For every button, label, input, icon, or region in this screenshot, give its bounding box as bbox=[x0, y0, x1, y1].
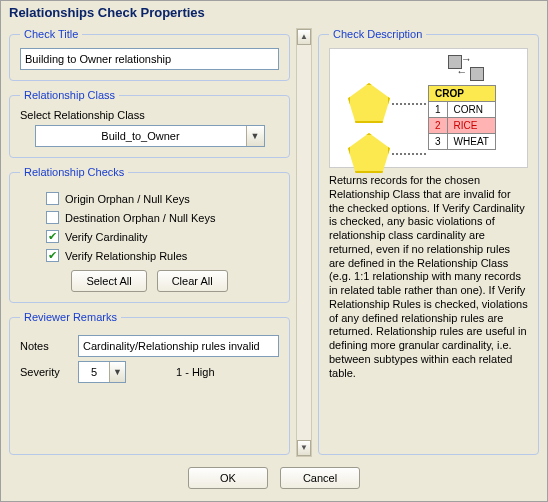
description-diagram: → → CROP 1CORN 2RICE 3WHEAT bbox=[329, 48, 528, 168]
window-title: Relationships Check Properties bbox=[1, 1, 547, 26]
ok-button[interactable]: OK bbox=[188, 467, 268, 489]
left-pane: Check Title Relationship Class Select Re… bbox=[7, 26, 292, 457]
check-dest-box[interactable] bbox=[46, 211, 59, 224]
chevron-down-icon[interactable]: ▼ bbox=[109, 362, 125, 382]
notes-input[interactable] bbox=[78, 335, 279, 357]
chevron-down-icon[interactable]: ▼ bbox=[246, 126, 264, 146]
check-title-input[interactable] bbox=[20, 48, 279, 70]
check-dest-label: Destination Orphan / Null Keys bbox=[65, 212, 215, 224]
severity-value: 5 bbox=[79, 362, 109, 382]
description-text: Returns records for the chosen Relations… bbox=[329, 174, 528, 444]
scroll-down-icon[interactable]: ▼ bbox=[297, 440, 311, 456]
severity-combo[interactable]: 5 ▼ bbox=[78, 361, 126, 383]
polygon-icon bbox=[348, 133, 390, 173]
relationship-checks-legend: Relationship Checks bbox=[20, 166, 128, 178]
dialog-window: Relationships Check Properties Check Tit… bbox=[0, 0, 548, 502]
left-scrollbar[interactable]: ▲ ▼ bbox=[296, 26, 312, 457]
table-row: 1CORN bbox=[429, 102, 496, 118]
check-cardinality-row: ✔ Verify Cardinality bbox=[46, 230, 279, 243]
dotted-connector-icon bbox=[392, 153, 426, 155]
diagram-table-header: CROP bbox=[429, 86, 496, 102]
relationship-class-group: Relationship Class Select Relationship C… bbox=[9, 89, 290, 158]
relationship-class-combo[interactable]: Build_to_Owner ▼ bbox=[35, 125, 265, 147]
relationship-checks-group: Relationship Checks Origin Orphan / Null… bbox=[9, 166, 290, 303]
right-pane: Check Description → → CROP 1CORN 2RICE 3… bbox=[316, 26, 541, 457]
severity-hint: 1 - High bbox=[176, 366, 215, 378]
diagram-box-icon bbox=[470, 67, 484, 81]
check-origin-box[interactable] bbox=[46, 192, 59, 205]
check-origin-row: Origin Orphan / Null Keys bbox=[46, 192, 279, 205]
table-row: 3WHEAT bbox=[429, 134, 496, 150]
relationship-class-value: Build_to_Owner bbox=[36, 126, 246, 146]
check-cardinality-box[interactable]: ✔ bbox=[46, 230, 59, 243]
diagram-table: CROP 1CORN 2RICE 3WHEAT bbox=[428, 85, 496, 150]
arrow-left-icon: → bbox=[456, 67, 467, 79]
severity-label: Severity bbox=[20, 366, 68, 378]
notes-label: Notes bbox=[20, 340, 68, 352]
check-rules-box[interactable]: ✔ bbox=[46, 249, 59, 262]
check-title-group: Check Title bbox=[9, 28, 290, 81]
check-description-group: Check Description → → CROP 1CORN 2RICE 3… bbox=[318, 28, 539, 455]
select-all-button[interactable]: Select All bbox=[71, 270, 146, 292]
content-area: Check Title Relationship Class Select Re… bbox=[1, 26, 547, 457]
check-dest-row: Destination Orphan / Null Keys bbox=[46, 211, 279, 224]
checks-button-row: Select All Clear All bbox=[20, 270, 279, 292]
check-cardinality-label: Verify Cardinality bbox=[65, 231, 148, 243]
reviewer-remarks-legend: Reviewer Remarks bbox=[20, 311, 121, 323]
check-rules-row: ✔ Verify Relationship Rules bbox=[46, 249, 279, 262]
clear-all-button[interactable]: Clear All bbox=[157, 270, 228, 292]
polygon-icon bbox=[348, 83, 390, 123]
dotted-connector-icon bbox=[392, 103, 426, 105]
scroll-up-icon[interactable]: ▲ bbox=[297, 29, 311, 45]
relationship-class-label: Select Relationship Class bbox=[20, 109, 279, 121]
reviewer-remarks-group: Reviewer Remarks Notes Severity 5 ▼ 1 - … bbox=[9, 311, 290, 455]
relationship-class-legend: Relationship Class bbox=[20, 89, 119, 101]
severity-row: Severity 5 ▼ 1 - High bbox=[20, 361, 279, 383]
check-description-legend: Check Description bbox=[329, 28, 426, 40]
check-origin-label: Origin Orphan / Null Keys bbox=[65, 193, 190, 205]
cancel-button[interactable]: Cancel bbox=[280, 467, 360, 489]
notes-row: Notes bbox=[20, 335, 279, 357]
check-title-legend: Check Title bbox=[20, 28, 82, 40]
table-row: 2RICE bbox=[429, 118, 496, 134]
dialog-button-bar: OK Cancel bbox=[1, 457, 547, 501]
arrow-right-icon: → bbox=[461, 53, 472, 65]
check-rules-label: Verify Relationship Rules bbox=[65, 250, 187, 262]
